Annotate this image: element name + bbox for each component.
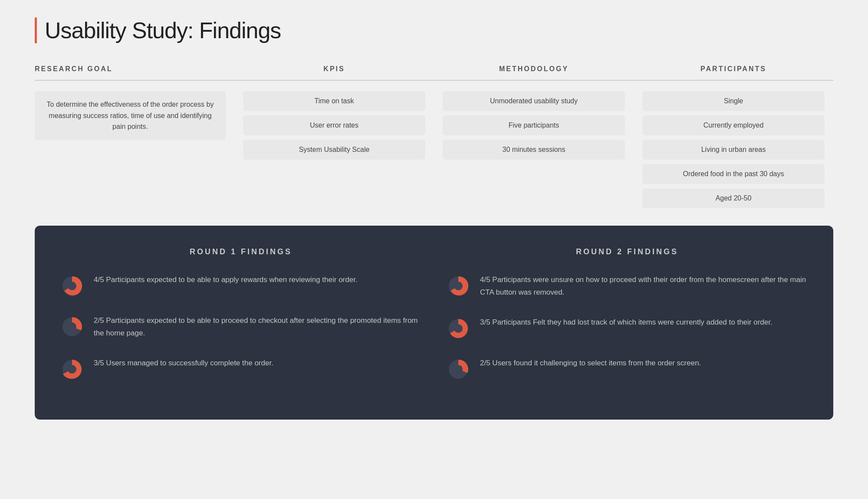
participant-item-3: Ordered food in the past 30 days [642,164,825,184]
round2-finding-text-1: 3/5 Participants Felt they had lost trac… [480,316,807,329]
participant-item-2: Living in urban areas [642,140,825,160]
svg-point-5 [68,365,76,374]
round1-finding-text-0: 4/5 Participants expected to be able to … [94,274,421,286]
research-goal-box: To determine the effectiveness of the or… [35,91,226,140]
table-header-row: RESEARCH GOAL KPIS METHODOLOGY PARTICIPA… [35,65,833,81]
col-participants: Single Currently employed Living in urba… [634,91,833,208]
col-header-research-goal: RESEARCH GOAL [35,65,234,73]
col-methodology: Unmoderated usability study Five partici… [434,91,634,160]
page-title-container: Usability Study: Findings [35,17,833,43]
round1-finding-text-1: 2/5 Participants expected to be able to … [94,315,421,340]
svg-point-3 [68,322,76,331]
round1-pie-icon-0 [61,275,83,297]
round1-finding-0: 4/5 Participants expected to be able to … [61,274,421,297]
round2-finding-text-0: 4/5 Participants were unsure on how to p… [480,274,807,299]
round2-finding-text-2: 2/5 Users found it challenging to select… [480,357,807,370]
table-section: RESEARCH GOAL KPIS METHODOLOGY PARTICIPA… [35,65,833,208]
round1-finding-1: 2/5 Participants expected to be able to … [61,315,421,340]
svg-point-9 [454,324,463,333]
col-header-methodology: METHODOLOGY [434,65,634,73]
title-accent-bar [35,17,37,43]
round2-column: ROUND 2 FINDINGS 4/5 Participants were u… [447,247,807,398]
participant-item-0: Single [642,91,825,111]
participant-item-1: Currently employed [642,115,825,135]
svg-point-11 [454,365,463,374]
round2-pie-icon-2 [447,358,470,381]
col-kpis: Time on task User error rates System Usa… [234,91,434,160]
round1-pie-icon-2 [61,358,83,381]
round1-finding-2: 3/5 Users managed to successfully comple… [61,357,421,381]
table-body-row: To determine the effectiveness of the or… [35,91,833,208]
round2-title: ROUND 2 FINDINGS [447,247,807,256]
col-research-goal: To determine the effectiveness of the or… [35,91,234,140]
kpi-item-0: Time on task [243,91,425,111]
page-title: Usability Study: Findings [45,17,281,43]
col-header-participants: PARTICIPANTS [634,65,833,73]
svg-point-7 [454,282,463,290]
round2-finding-0: 4/5 Participants were unsure on how to p… [447,274,807,299]
methodology-item-2: 30 minutes sessions [443,140,625,160]
col-header-kpis: KPIS [234,65,434,73]
methodology-item-0: Unmoderated usability study [443,91,625,111]
round1-finding-text-2: 3/5 Users managed to successfully comple… [94,357,421,370]
findings-section: ROUND 1 FINDINGS 4/5 Participants expect… [35,226,833,420]
round1-pie-icon-1 [61,315,83,338]
methodology-item-1: Five participants [443,115,625,135]
kpi-item-2: System Usability Scale [243,140,425,160]
round2-pie-icon-1 [447,317,470,340]
round2-finding-1: 3/5 Participants Felt they had lost trac… [447,316,807,340]
participant-item-4: Aged 20-50 [642,188,825,208]
svg-point-1 [68,282,76,290]
round2-finding-2: 2/5 Users found it challenging to select… [447,357,807,381]
round2-pie-icon-0 [447,275,470,297]
round1-column: ROUND 1 FINDINGS 4/5 Participants expect… [61,247,421,398]
kpi-item-1: User error rates [243,115,425,135]
round1-title: ROUND 1 FINDINGS [61,247,421,256]
